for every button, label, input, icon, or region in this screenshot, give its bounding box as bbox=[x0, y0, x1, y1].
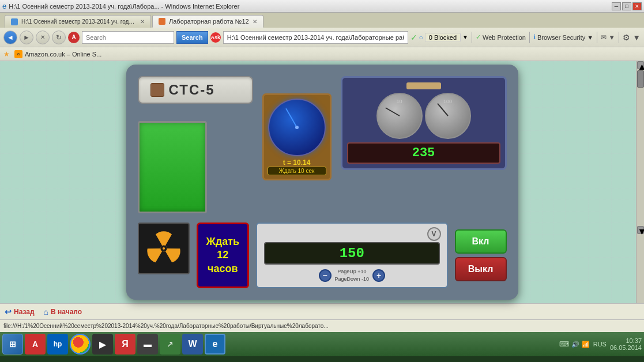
gauges-row: 10 100 bbox=[347, 93, 500, 139]
back-button[interactable]: ◄ bbox=[3, 31, 17, 44]
forward-button[interactable]: ► bbox=[20, 31, 33, 44]
tab-2-close[interactable]: ✕ bbox=[253, 18, 257, 25]
gauge-value: 235 bbox=[412, 146, 435, 160]
wait-line1: Ждать bbox=[206, 236, 240, 247]
wait-box: Ждать 12 часов bbox=[197, 223, 250, 288]
blocked-area: ✓ ○ 0 Blocked ▼ bbox=[410, 33, 468, 42]
sys-tray: ⌨ 🔊 📶 bbox=[559, 340, 590, 348]
gauge-right-label: 100 bbox=[443, 99, 452, 104]
clock-wait: Ждать 10 сек bbox=[268, 167, 326, 175]
star-icon: ★ bbox=[3, 50, 10, 58]
title-bar-left: e Н:\1 Осенний семестр 2013-2014 уч. год… bbox=[2, 2, 239, 10]
browser-security-area[interactable]: ℹ Browser Security ▼ bbox=[533, 33, 593, 41]
status-bar: file:///Н:/1%20Осенний%20семестр%202013-… bbox=[0, 319, 644, 332]
radiation-symbol bbox=[144, 228, 184, 269]
keyboard-icon: ⌨ bbox=[559, 340, 569, 348]
browser-toolbar: ◄ ► ✕ ↻ A Search Ask ✓ ○ 0 Blocked ▼ ✓ W… bbox=[0, 28, 644, 47]
stop-button[interactable]: ✕ bbox=[36, 31, 50, 44]
taskbar-hp[interactable]: hp bbox=[47, 334, 68, 355]
scroll-thumb[interactable] bbox=[637, 70, 644, 88]
start-button[interactable]: ⊞ bbox=[2, 334, 23, 355]
maximize-button[interactable]: □ bbox=[622, 2, 631, 10]
panel-top: СТС-5 t = 10.14 Ждать 10 сек bbox=[138, 76, 507, 213]
back-link-icon: ↩ bbox=[5, 307, 12, 316]
main-panel: СТС-5 t = 10.14 Ждать 10 сек bbox=[126, 65, 518, 300]
dual-gauges: 10 100 235 bbox=[341, 76, 507, 170]
ctrl-hint: PageUp +10 PageDown -10 bbox=[335, 268, 370, 282]
amazon-icon: a bbox=[14, 50, 22, 58]
clock-center bbox=[295, 126, 299, 129]
wait-line3: часов bbox=[208, 263, 238, 274]
web-protection-icon: ✓ bbox=[476, 33, 481, 41]
taskbar-file[interactable]: ▬ bbox=[137, 334, 158, 355]
mail-icon[interactable]: ✉ ▼ bbox=[601, 33, 615, 42]
refresh-button[interactable]: ↻ bbox=[52, 31, 66, 44]
browser-security-label: Browser Security bbox=[537, 34, 585, 41]
search-input[interactable] bbox=[82, 31, 174, 44]
scroll-up-arrow[interactable]: ▲ bbox=[637, 61, 644, 69]
separator3 bbox=[597, 32, 597, 43]
ask-badge[interactable]: Ask bbox=[210, 32, 221, 43]
tab-1-label: Н:\1 Осенний семестр 2013-2014 уч. года\… bbox=[21, 18, 137, 25]
off-button[interactable]: Выкл bbox=[455, 257, 507, 281]
search-button[interactable]: Search bbox=[176, 31, 208, 44]
svg-point-2 bbox=[162, 247, 164, 250]
date: 06.05.2014 bbox=[610, 344, 642, 351]
separator bbox=[472, 32, 472, 43]
web-protection-area[interactable]: ✓ Web Protection bbox=[476, 33, 526, 41]
taskbar-chrome[interactable] bbox=[70, 334, 91, 355]
settings-gear[interactable]: ⚙ ▼ bbox=[623, 33, 641, 42]
wait-text: Ждать 12 часов bbox=[206, 235, 240, 276]
clock-hand bbox=[285, 108, 297, 127]
minus-button[interactable]: − bbox=[319, 269, 332, 282]
page-content: ▲ ▼ СТС-5 bbox=[0, 61, 644, 303]
gauge-left-needle bbox=[385, 107, 400, 116]
ie-icon: e bbox=[2, 2, 6, 10]
bookmark-amazon[interactable]: a Amazon.co.uk – Online S... bbox=[14, 50, 101, 58]
taskbar-yandex[interactable]: Я bbox=[115, 334, 135, 355]
separator2 bbox=[529, 32, 530, 43]
panel-bottom: Ждать 12 часов V 150 − PageUp +10 PageDo… bbox=[138, 223, 507, 288]
taskbar-ie[interactable]: e bbox=[205, 334, 225, 355]
scrollbar[interactable]: ▲ ▼ bbox=[636, 61, 644, 303]
taskbar: ⊞ A hp ▶ Я ▬ ↗ W e ⌨ 🔊 📶 RUS 10:37 06.05… bbox=[0, 332, 644, 356]
tab-1[interactable]: Н:\1 Осенний семестр 2013-2014 уч. года\… bbox=[5, 15, 151, 28]
scroll-down-arrow[interactable]: ▼ bbox=[637, 226, 644, 234]
close-button[interactable]: ✕ bbox=[632, 2, 642, 10]
taskbar-camera[interactable]: ▶ bbox=[92, 334, 113, 355]
taskbar-signal[interactable]: ↗ bbox=[160, 334, 180, 355]
tab-2[interactable]: Лабораторная работа №12 ✕ bbox=[152, 15, 263, 28]
clock: 10:37 bbox=[610, 337, 642, 344]
blocked-dropdown[interactable]: ▼ bbox=[462, 34, 468, 40]
home-link[interactable]: ⌂ В начало bbox=[44, 307, 82, 316]
tab-2-icon bbox=[159, 18, 165, 25]
gauge-right: 100 bbox=[425, 93, 471, 139]
blocked-count[interactable]: 0 Blocked bbox=[425, 33, 461, 42]
back-link-label: Назад bbox=[14, 308, 35, 316]
tab-1-icon bbox=[11, 18, 18, 25]
minimize-button[interactable]: ─ bbox=[612, 2, 621, 10]
shield-icon: ✓ bbox=[410, 33, 417, 42]
ctrl-hint-up: PageUp +10 bbox=[337, 269, 366, 274]
value-controls-row: − PageUp +10 PageDown -10 + bbox=[264, 268, 439, 282]
device-name-plate: СТС-5 bbox=[138, 76, 253, 104]
tab-1-close[interactable]: ✕ bbox=[140, 18, 145, 25]
title-bar: e Н:\1 Осенний семестр 2013-2014 уч. год… bbox=[0, 0, 644, 13]
taskbar-right: ⌨ 🔊 📶 RUS 10:37 06.05.2014 bbox=[559, 337, 642, 351]
taskbar-avast[interactable]: A bbox=[25, 334, 46, 355]
on-button[interactable]: Вкл bbox=[455, 229, 507, 254]
address-bar[interactable] bbox=[223, 31, 408, 44]
separator4 bbox=[619, 32, 619, 43]
browser-security-icon: ℹ bbox=[533, 33, 536, 41]
window-title: Н:\1 Осенний семестр 2013-2014 уч. года\… bbox=[9, 3, 239, 10]
gauge-left: 10 bbox=[376, 93, 423, 139]
bookmarks-bar: ★ a Amazon.co.uk – Online S... bbox=[0, 47, 644, 61]
volume-icon: 🔊 bbox=[571, 341, 579, 348]
home-link-icon: ⌂ bbox=[44, 307, 48, 316]
avast-icon: A bbox=[68, 32, 80, 43]
browser-security-dropdown[interactable]: ▼ bbox=[587, 34, 593, 41]
back-link[interactable]: ↩ Назад bbox=[5, 307, 35, 316]
plus-button[interactable]: + bbox=[372, 269, 385, 282]
taskbar-word[interactable]: W bbox=[182, 334, 203, 355]
tan-indicator bbox=[406, 82, 441, 89]
